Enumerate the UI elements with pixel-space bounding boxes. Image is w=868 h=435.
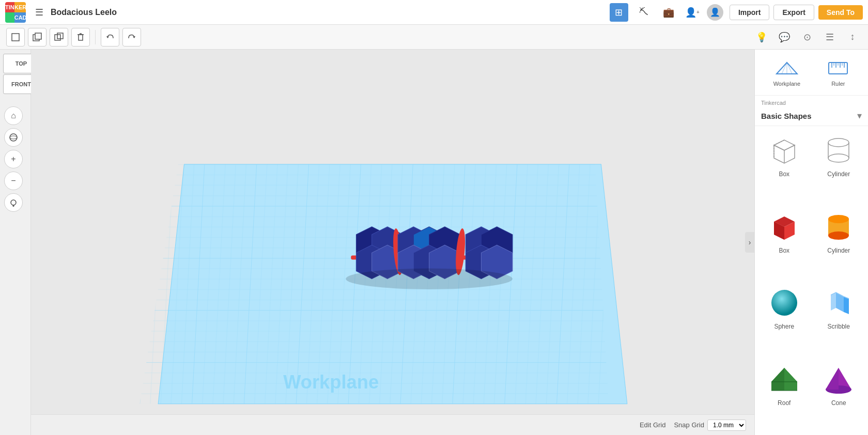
cone-label: Cone [831,399,846,407]
copy-button[interactable] [28,28,47,46]
shape-cylinder-wireframe[interactable]: Cylinder [816,132,862,200]
logo-blank [5,12,14,23]
undo-button[interactable] [101,28,119,46]
briefcase-button[interactable]: 💼 [659,3,678,22]
shape-scribble[interactable]: Scribble [816,285,862,353]
pickaxe-button[interactable]: ⛏ [634,3,653,22]
workplane-svg: Workplane [31,50,754,414]
zoom-out-button[interactable]: − [4,172,23,190]
cone-icon [818,361,859,397]
svg-point-34 [828,154,849,162]
grid-view-button[interactable]: ⊞ [610,3,628,22]
shapes-header: Tinkercad [755,96,868,108]
svg-marker-29 [774,140,795,150]
delete-button[interactable] [71,28,90,46]
new-button[interactable] [6,28,25,46]
shapes-category-dropdown[interactable]: ▾ [857,110,862,121]
app-logo[interactable]: TIN KER CAD [5,2,26,23]
export-button[interactable]: Export [773,5,814,20]
toolbar-right: 💡 💬 ⊙ ☰ ↕ [752,28,862,46]
logo-cad: CAD [14,12,26,23]
user-avatar[interactable]: 👤 [707,4,723,21]
snap-grid-control: Snap Grid 1.0 mm 0.5 mm 2.0 mm 5.0 mm [674,420,746,431]
redo-button[interactable] [122,28,141,46]
toolbar: 💡 💬 ⊙ ☰ ↕ [0,25,868,50]
ruler-icon [827,58,849,79]
edit-grid-button[interactable]: Edit Grid [640,421,666,429]
svg-rect-2 [35,33,41,39]
svg-marker-51 [826,368,839,390]
snap-grid-select[interactable]: 1.0 mm 0.5 mm 2.0 mm 5.0 mm [707,420,746,431]
topbar-right: ⊞ ⛏ 💼 👤+ 👤 Import Export Send To [610,3,863,22]
scribble-icon [818,285,859,321]
sphere-label: Sphere [774,323,794,330]
svg-rect-5 [79,35,83,40]
list-icon[interactable]: ☰ [820,28,839,46]
workplane-label: Workplane [773,81,800,87]
home-button[interactable]: ⌂ [4,106,23,125]
sphere-icon [764,285,805,321]
right-panel: Workplane Ruler [754,50,868,435]
shapes-category: Basic Shapes ▾ [755,108,868,126]
add-user-button[interactable]: 👤+ [684,4,701,21]
svg-point-9 [10,136,17,139]
shape-cone[interactable]: Cone [816,361,862,429]
svg-point-41 [828,215,849,223]
shapes-grid: Box Cylinder [755,126,868,435]
action-buttons: Import Export Send To [730,5,863,20]
mirror-icon[interactable]: ↕ [843,28,862,46]
bottom-bar: Edit Grid Snap Grid 1.0 mm 0.5 mm 2.0 mm… [31,414,754,435]
import-button[interactable]: Import [730,5,770,20]
shapes-category-name: Basic Shapes [761,112,812,120]
ruler-label: Ruler [831,81,845,87]
svg-point-33 [828,138,849,147]
workplane-tool[interactable]: Workplane [773,58,800,87]
snap-grid-label: Snap Grid [674,421,704,429]
svg-point-42 [828,231,849,240]
svg-point-8 [10,134,17,141]
fit-button[interactable] [4,193,23,212]
align-icon[interactable]: ⊙ [798,28,816,46]
workplane-container: Workplane [31,50,754,414]
workplane-label: Workplane [283,371,379,393]
toolbar-separator [95,30,96,44]
shape-box-solid[interactable]: Box [761,209,808,277]
zoom-in-button[interactable]: + [4,150,23,168]
roof-label: Roof [778,399,791,407]
collapse-panel-arrow[interactable]: › [745,232,754,253]
cylinder-wireframe-icon [818,132,859,168]
main-area: TOP FRONT ⌂ + − [0,50,868,435]
model-shadow [346,269,513,289]
sendto-button[interactable]: Send To [818,5,863,20]
svg-marker-45 [771,368,784,391]
top-bar: TIN KER CAD ☰ Bodacious Leelo ⊞ ⛏ 💼 👤+ 👤… [0,0,868,25]
menu-icon[interactable]: ☰ [35,7,43,18]
svg-point-10 [11,200,16,205]
box-solid-icon [764,209,805,245]
ruler-tool[interactable]: Ruler [827,58,849,87]
project-name[interactable]: Bodacious Leelo [51,8,605,17]
shape-cylinder-solid[interactable]: Cylinder [816,209,862,277]
left-panel: TOP FRONT ⌂ + − [0,50,31,435]
right-panel-tools: Workplane Ruler [755,50,868,96]
cylinder-solid-label: Cylinder [827,247,850,254]
box-solid-label: Box [779,247,789,254]
cylinder-wireframe-label: Cylinder [827,170,850,178]
shape-box-wireframe[interactable]: Box [761,132,808,200]
svg-point-43 [771,290,797,316]
comment-icon[interactable]: 💬 [775,28,794,46]
box-wireframe-label: Box [779,170,789,178]
box-wireframe-icon [764,132,805,168]
svg-marker-46 [784,368,797,391]
svg-line-17 [782,63,787,74]
scribble-label: Scribble [828,323,850,330]
duplicate-button[interactable] [50,28,68,46]
workplane-icon [776,58,798,79]
shape-roof[interactable]: Roof [761,361,808,429]
svg-rect-0 [12,34,19,41]
canvas-area[interactable]: Workplane [31,50,754,435]
orbit-button[interactable] [4,128,23,147]
shape-sphere[interactable]: Sphere [761,285,808,353]
nav-controls: ⌂ + − [4,106,23,212]
light-icon[interactable]: 💡 [752,28,771,46]
